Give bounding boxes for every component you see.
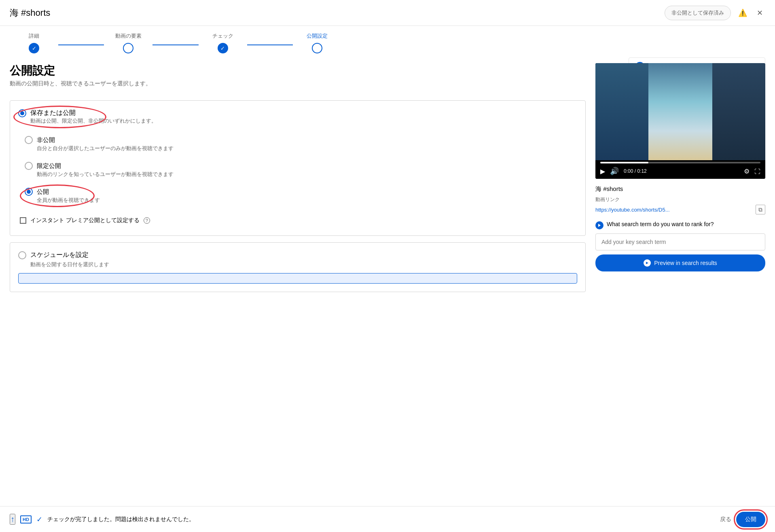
video-thumbnail — [595, 63, 765, 160]
unlisted-description: 動画のリンクを知っているユーザーが動画を視聴できます — [37, 171, 571, 178]
settings-button[interactable]: ⚙ — [744, 167, 750, 175]
section-subtitle: 動画の公開日時と、視聴できるユーザーを選択します。 — [10, 80, 586, 87]
video-title: 海 #shorts — [595, 185, 765, 193]
unlisted-radio[interactable] — [25, 162, 33, 170]
preview-btn-icon — [644, 259, 651, 267]
save-publish-label: 保存または公開 — [30, 109, 76, 117]
connector-1 — [58, 45, 104, 45]
seo-prompt-icon — [595, 221, 603, 229]
step-4-circle — [312, 43, 322, 53]
private-option-header[interactable]: 非公開 — [25, 136, 571, 144]
warning-button[interactable]: ⚠️ — [736, 6, 750, 20]
copy-link-button[interactable]: ⧉ — [756, 205, 765, 214]
connector-3 — [247, 45, 293, 45]
premium-row: インスタント プレミア公開として設定する ? — [18, 214, 577, 227]
unlisted-label: 限定公開 — [37, 162, 61, 170]
schedule-description: 動画を公開する日付を選択します — [30, 261, 577, 268]
unlisted-option-header[interactable]: 限定公開 — [25, 162, 571, 170]
publish-button[interactable]: 公開 — [736, 512, 765, 527]
section-title: 公開設定 — [10, 63, 586, 78]
step-2-label: 動画の要素 — [104, 32, 152, 40]
public-description: 全員が動画を視聴できます — [37, 197, 571, 204]
schedule-radio[interactable] — [18, 251, 26, 259]
video-controls: ▶ 🔊 0:00 / 0:12 ⚙ ⛶ — [595, 163, 765, 179]
time-current: 0:00 — [624, 168, 633, 174]
main-content: 公開設定 動画の公開日時と、視聴できるユーザーを選択します。 保存または公開 動… — [0, 53, 775, 506]
connector-2 — [152, 45, 198, 45]
schedule-title: スケジュールを設定 — [30, 251, 89, 259]
step-3[interactable]: チェック ✓ — [199, 32, 247, 53]
step-4[interactable]: 公開設定 — [293, 32, 341, 53]
bottom-right: 戻る 公開 — [720, 512, 765, 527]
close-button[interactable]: ✕ — [754, 6, 765, 20]
step-2[interactable]: 動画の要素 — [104, 32, 152, 53]
status-text: チェックが完了しました。問題は検出されませんでした。 — [47, 516, 195, 523]
steps-section: 詳細 ✓ 動画の要素 チェック ✓ 公開設定 — [0, 26, 775, 53]
video-link-row: https://youtube.com/shorts/D5... ⧉ — [595, 205, 765, 214]
preview-search-button[interactable]: Preview in search results — [595, 254, 765, 271]
svg-marker-1 — [598, 224, 601, 227]
private-option: 非公開 自分と自分が選択したユーザーのみが動画を視聴できます — [18, 131, 577, 157]
thumb-right — [712, 63, 765, 160]
play-button[interactable]: ▶ — [600, 167, 605, 175]
save-publish-radio[interactable] — [18, 109, 26, 117]
bottom-left: ↑ HD ✓ チェックが完了しました。問題は検出されませんでした。 — [10, 514, 195, 525]
time-display: 0:00 / 0:12 — [624, 168, 647, 174]
premium-checkbox[interactable] — [20, 217, 26, 224]
schedule-box: スケジュールを設定 動画を公開する日付を選択します — [10, 242, 586, 292]
progress-bar-wrapper — [595, 160, 765, 163]
step-2-circle — [123, 43, 133, 53]
back-button[interactable]: 戻る — [720, 516, 731, 523]
upload-icon-button[interactable]: ↑ — [10, 514, 15, 525]
section-header: 公開設定 動画の公開日時と、視聴できるユーザーを選択します。 — [10, 63, 586, 94]
public-radio[interactable] — [25, 188, 33, 196]
seo-search-input[interactable] — [595, 233, 765, 250]
save-publish-option-container: 保存または公開 — [18, 109, 76, 117]
unlisted-option: 限定公開 動画のリンクを知っているユーザーが動画を視聴できます — [18, 157, 577, 183]
save-publish-description: 動画は公開、限定公開、非公開のいずれかにします。 — [30, 117, 577, 125]
seo-prompt: What search term do you want to rank for… — [595, 221, 765, 229]
progress-bar-fill — [600, 162, 648, 163]
right-panel: ▶ 🔊 0:00 / 0:12 ⚙ ⛶ 海 #shorts 動画リンク — [595, 63, 765, 506]
step-3-circle: ✓ — [218, 43, 228, 53]
seo-widget: What search term do you want to rank for… — [595, 221, 765, 271]
time-total: 0:12 — [637, 168, 646, 174]
publish-button-label: 公開 — [745, 516, 756, 522]
video-preview: ▶ 🔊 0:00 / 0:12 ⚙ ⛶ — [595, 63, 765, 179]
page-title: 海 #shorts — [10, 7, 50, 19]
step-1-label: 詳細 — [10, 32, 58, 40]
visibility-options: 非公開 自分と自分が選択したユーザーのみが動画を視聴できます 限定公開 動画のリ… — [18, 131, 577, 209]
step-1[interactable]: 詳細 ✓ — [10, 32, 58, 53]
fullscreen-button[interactable]: ⛶ — [754, 168, 760, 175]
video-info: 海 #shorts 動画リンク https://youtube.com/shor… — [595, 185, 765, 214]
step-4-label: 公開設定 — [293, 32, 341, 40]
premium-label: インスタント プレミア公開として設定する — [30, 217, 140, 224]
header-actions: 非公開として保存済み ⚠️ ✕ — [665, 6, 765, 20]
warning-icon: ⚠️ — [738, 8, 747, 17]
preview-btn-label: Preview in search results — [654, 260, 717, 266]
volume-button[interactable]: 🔊 — [610, 167, 619, 176]
public-option: 公開 全員が動画を視聴できます — [18, 183, 577, 209]
hd-badge: HD — [20, 515, 32, 524]
public-option-header[interactable]: 公開 — [25, 188, 571, 196]
private-radio[interactable] — [25, 136, 33, 144]
thumb-left — [595, 63, 648, 160]
private-label: 非公開 — [37, 136, 55, 144]
schedule-header[interactable]: スケジュールを設定 — [18, 251, 577, 259]
bottom-bar: ↑ HD ✓ チェックが完了しました。問題は検出されませんでした。 戻る 公開 — [0, 506, 775, 532]
close-icon: ✕ — [757, 8, 763, 17]
svg-marker-2 — [646, 262, 648, 264]
video-link-section: 動画リンク https://youtube.com/shorts/D5... ⧉ — [595, 196, 765, 214]
progress-bar[interactable] — [600, 162, 760, 163]
video-link-url[interactable]: https://youtube.com/shorts/D5... — [595, 207, 670, 213]
premium-info-icon[interactable]: ? — [144, 217, 150, 224]
step-3-label: チェック — [199, 32, 247, 40]
step-1-circle: ✓ — [29, 43, 39, 53]
left-panel: 公開設定 動画の公開日時と、視聴できるユーザーを選択します。 保存または公開 動… — [10, 63, 586, 506]
progress-steps: 詳細 ✓ 動画の要素 チェック ✓ 公開設定 — [10, 32, 341, 53]
video-link-label: 動画リンク — [595, 196, 765, 203]
check-icon: ✓ — [36, 515, 42, 524]
visibility-box: 保存または公開 動画は公開、限定公開、非公開のいずれかにします。 非公開 自分と… — [10, 100, 586, 236]
seo-prompt-text: What search term do you want to rank for… — [607, 221, 714, 227]
save-status-button[interactable]: 非公開として保存済み — [665, 6, 731, 20]
